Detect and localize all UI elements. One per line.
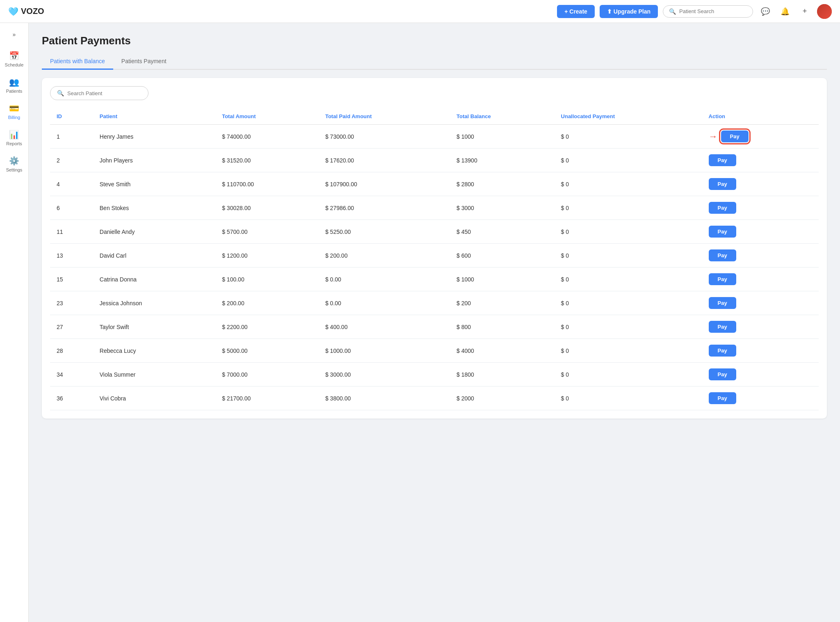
cell-balance: $ 1800 bbox=[450, 363, 554, 386]
col-unallocated: Unallocated Payment bbox=[555, 108, 702, 125]
cell-balance: $ 800 bbox=[450, 315, 554, 339]
cell-action: Pay bbox=[702, 386, 819, 410]
cell-id: 13 bbox=[50, 244, 93, 268]
sidebar-item-settings[interactable]: ⚙️ Settings bbox=[2, 152, 27, 176]
pay-button[interactable]: Pay bbox=[709, 154, 736, 166]
sidebar-label-reports: Reports bbox=[6, 141, 22, 146]
bell-icon[interactable]: 🔔 bbox=[778, 4, 792, 19]
cell-balance: $ 1000 bbox=[450, 268, 554, 291]
action-cell-container: →Pay bbox=[709, 130, 812, 142]
cell-patient: Steve Smith bbox=[93, 172, 215, 196]
cell-patient: Henry James bbox=[93, 125, 215, 149]
topnav: 🩵 VOZO + Create ⬆ Upgrade Plan 🔍 💬 🔔 + bbox=[0, 0, 840, 23]
action-cell-container: Pay bbox=[709, 368, 812, 380]
cell-unallocated: $ 0 bbox=[555, 339, 702, 363]
patient-search-filter-input[interactable] bbox=[67, 90, 142, 96]
pay-button[interactable]: Pay bbox=[709, 249, 736, 261]
cell-id: 36 bbox=[50, 386, 93, 410]
action-cell-container: Pay bbox=[709, 321, 812, 333]
patients-icon: 👥 bbox=[9, 77, 19, 87]
pay-button[interactable]: Pay bbox=[709, 202, 736, 214]
cell-total-paid: $ 1000.00 bbox=[319, 339, 450, 363]
cell-id: 2 bbox=[50, 149, 93, 172]
add-icon[interactable]: + bbox=[797, 4, 812, 19]
search-icon: 🔍 bbox=[669, 8, 676, 15]
tab-patients-with-balance[interactable]: Patients with Balance bbox=[42, 54, 113, 70]
cell-total-paid: $ 17620.00 bbox=[319, 149, 450, 172]
cell-total-paid: $ 400.00 bbox=[319, 315, 450, 339]
cell-unallocated: $ 0 bbox=[555, 125, 702, 149]
cell-balance: $ 200 bbox=[450, 291, 554, 315]
cell-patient: Vivi Cobra bbox=[93, 386, 215, 410]
pay-button[interactable]: Pay bbox=[709, 297, 736, 309]
sidebar-item-billing[interactable]: 💳 Billing bbox=[2, 99, 27, 124]
cell-unallocated: $ 0 bbox=[555, 172, 702, 196]
sidebar: » 📅 Schedule 👥 Patients 💳 Billing 📊 Repo… bbox=[0, 23, 29, 430]
tab-patients-payment[interactable]: Patients Payment bbox=[113, 54, 175, 70]
cell-total-amount: $ 7000.00 bbox=[215, 363, 319, 386]
table-row: 11Danielle Andy$ 5700.00$ 5250.00$ 450$ … bbox=[50, 220, 819, 244]
cell-unallocated: $ 0 bbox=[555, 315, 702, 339]
cell-total-amount: $ 21700.00 bbox=[215, 386, 319, 410]
sidebar-item-reports[interactable]: 📊 Reports bbox=[2, 126, 27, 150]
action-cell-container: Pay bbox=[709, 345, 812, 357]
cell-patient: Jessica Johnson bbox=[93, 291, 215, 315]
pay-button[interactable]: Pay bbox=[709, 345, 736, 357]
cell-id: 15 bbox=[50, 268, 93, 291]
cell-action: Pay bbox=[702, 315, 819, 339]
pay-button[interactable]: Pay bbox=[709, 273, 736, 285]
cell-total-amount: $ 2200.00 bbox=[215, 315, 319, 339]
pay-button[interactable]: Pay bbox=[709, 321, 736, 333]
cell-patient: Rebecca Lucy bbox=[93, 339, 215, 363]
create-button[interactable]: + Create bbox=[557, 5, 595, 18]
pay-button[interactable]: Pay bbox=[721, 130, 749, 142]
brand-name: VOZO bbox=[21, 7, 44, 16]
avatar[interactable] bbox=[817, 4, 832, 19]
cell-action: Pay bbox=[702, 363, 819, 386]
cell-total-amount: $ 5000.00 bbox=[215, 339, 319, 363]
main-content: Patient Payments Patients with Balance P… bbox=[29, 23, 840, 430]
upgrade-button[interactable]: ⬆ Upgrade Plan bbox=[600, 5, 658, 18]
pay-button[interactable]: Pay bbox=[709, 392, 736, 404]
cell-action: Pay bbox=[702, 291, 819, 315]
sidebar-item-patients[interactable]: 👥 Patients bbox=[2, 73, 27, 98]
pay-button[interactable]: Pay bbox=[709, 226, 736, 238]
table-row: 6Ben Stokes$ 30028.00$ 27986.00$ 3000$ 0… bbox=[50, 196, 819, 220]
table-row: 15Catrina Donna$ 100.00$ 0.00$ 1000$ 0Pa… bbox=[50, 268, 819, 291]
cell-action: Pay bbox=[702, 196, 819, 220]
cell-balance: $ 1000 bbox=[450, 125, 554, 149]
table-header: ID Patient Total Amount Total Paid Amoun… bbox=[50, 108, 819, 125]
cell-id: 4 bbox=[50, 172, 93, 196]
cell-total-amount: $ 5700.00 bbox=[215, 220, 319, 244]
chat-icon[interactable]: 💬 bbox=[758, 4, 773, 19]
pay-button[interactable]: Pay bbox=[709, 178, 736, 190]
table-row: 4Steve Smith$ 110700.00$ 107900.00$ 2800… bbox=[50, 172, 819, 196]
cell-total-paid: $ 73000.00 bbox=[319, 125, 450, 149]
cell-patient: Danielle Andy bbox=[93, 220, 215, 244]
patient-filter-search: 🔍 bbox=[50, 86, 148, 100]
sidebar-expand-button[interactable]: » bbox=[7, 27, 22, 42]
col-total-amount: Total Amount bbox=[215, 108, 319, 125]
cell-balance: $ 450 bbox=[450, 220, 554, 244]
cell-balance: $ 600 bbox=[450, 244, 554, 268]
cell-action: Pay bbox=[702, 244, 819, 268]
cell-total-paid: $ 3800.00 bbox=[319, 386, 450, 410]
cell-action: Pay bbox=[702, 149, 819, 172]
arrow-icon: → bbox=[709, 131, 718, 142]
cell-balance: $ 4000 bbox=[450, 339, 554, 363]
table-row: 36Vivi Cobra$ 21700.00$ 3800.00$ 2000$ 0… bbox=[50, 386, 819, 410]
action-cell-container: Pay bbox=[709, 202, 812, 214]
table-row: 1Henry James$ 74000.00$ 73000.00$ 1000$ … bbox=[50, 125, 819, 149]
cell-patient: Ben Stokes bbox=[93, 196, 215, 220]
cell-patient: Catrina Donna bbox=[93, 268, 215, 291]
brand-logo[interactable]: 🩵 VOZO bbox=[8, 7, 44, 16]
patient-search-input[interactable] bbox=[679, 8, 747, 14]
cell-id: 28 bbox=[50, 339, 93, 363]
pay-button[interactable]: Pay bbox=[709, 368, 736, 380]
cell-total-amount: $ 100.00 bbox=[215, 268, 319, 291]
cell-id: 11 bbox=[50, 220, 93, 244]
cell-total-paid: $ 200.00 bbox=[319, 244, 450, 268]
sidebar-item-schedule[interactable]: 📅 Schedule bbox=[2, 47, 27, 71]
table-row: 27Taylor Swift$ 2200.00$ 400.00$ 800$ 0P… bbox=[50, 315, 819, 339]
cell-patient: Taylor Swift bbox=[93, 315, 215, 339]
